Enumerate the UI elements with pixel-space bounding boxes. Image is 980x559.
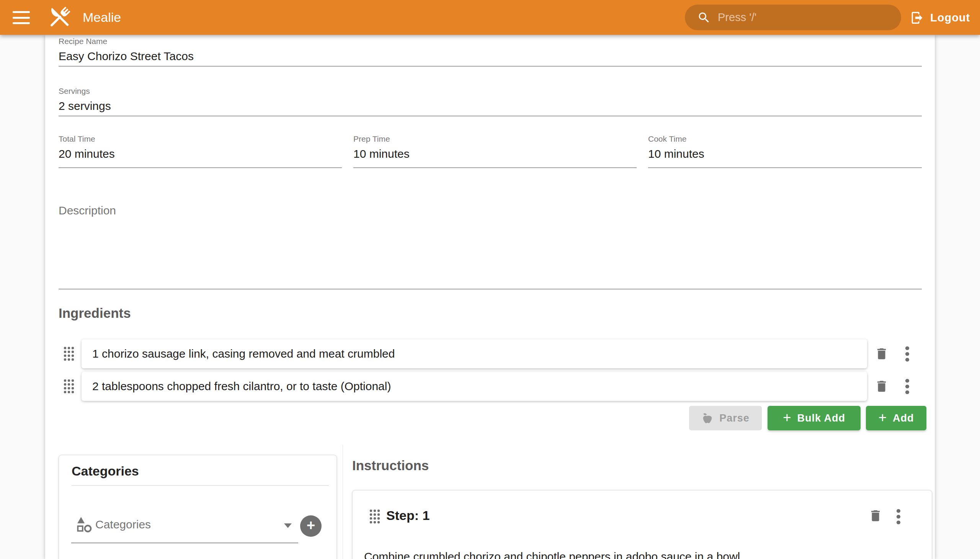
delete-ingredient-button[interactable] [874, 379, 889, 395]
parse-label: Parse [719, 412, 750, 424]
step-drag-handle[interactable] [369, 509, 380, 524]
logout-label: Logout [930, 12, 970, 24]
bulk-add-button[interactable]: + Bulk Add [768, 406, 861, 430]
instructions-heading: Instructions [352, 458, 429, 473]
column-divider [343, 445, 343, 559]
app-header: Mealie Logout [0, 0, 980, 35]
bulk-add-label: Bulk Add [797, 412, 846, 424]
categories-select[interactable]: Categories [59, 509, 337, 547]
add-ingredient-button[interactable]: + Add [866, 406, 926, 430]
recipe-name-label: Recipe Name [59, 37, 922, 46]
prep-time-input[interactable] [353, 147, 636, 160]
step-text[interactable]: Combine crumbled chorizo and chipotle pe… [364, 549, 921, 559]
select-underline [71, 542, 298, 543]
step-title: Step: 1 [386, 508, 430, 523]
search-bar[interactable] [685, 5, 901, 30]
prep-time-field: Prep Time [353, 134, 636, 168]
field-underline [59, 116, 922, 116]
total-time-label: Total Time [59, 134, 342, 144]
shapes-icon [75, 516, 93, 533]
page: Mealie Logout Recipe Name Servings Total… [0, 0, 980, 559]
chevron-down-icon [284, 523, 292, 528]
ingredient-menu-button[interactable] [905, 378, 910, 395]
categories-card-title: Categories [71, 464, 139, 479]
parse-button[interactable]: Parse [689, 406, 762, 430]
ingredient-input[interactable] [92, 347, 856, 360]
ingredient-menu-button[interactable] [905, 346, 910, 362]
trash-icon [874, 379, 889, 394]
step-card: Step: 1 Combine crumbled chorizo and chi… [352, 490, 932, 559]
delete-step-button[interactable] [868, 508, 883, 524]
kebab-icon [905, 346, 910, 362]
field-underline [59, 66, 922, 67]
description-textarea[interactable]: Description [59, 197, 922, 289]
card-divider [71, 485, 329, 486]
recipe-name-field: Recipe Name [59, 37, 922, 67]
field-underline [59, 167, 342, 168]
ingredient-row [81, 372, 867, 401]
ingredient-drag-handle[interactable] [63, 346, 74, 361]
search-input[interactable] [718, 11, 889, 24]
logout-button[interactable]: Logout [910, 8, 970, 28]
description-label: Description [59, 204, 116, 217]
field-underline [353, 167, 636, 168]
ingredients-heading: Ingredients [59, 306, 131, 321]
search-icon [697, 11, 711, 25]
delete-ingredient-button[interactable] [874, 346, 889, 362]
trash-icon [868, 508, 883, 523]
servings-label: Servings [59, 86, 922, 96]
add-category-button[interactable]: + [300, 515, 322, 537]
plus-icon: + [878, 410, 887, 425]
field-underline [648, 167, 922, 168]
app-title: Mealie [83, 10, 121, 25]
prep-time-label: Prep Time [353, 134, 636, 144]
cook-time-input[interactable] [648, 147, 922, 160]
categories-select-placeholder: Categories [95, 518, 151, 531]
menu-button[interactable] [13, 11, 30, 24]
servings-input[interactable] [59, 99, 922, 112]
cook-time-label: Cook Time [648, 134, 922, 144]
cook-time-field: Cook Time [648, 134, 922, 168]
add-label: Add [893, 412, 914, 424]
ingredient-drag-handle[interactable] [63, 379, 74, 394]
kebab-icon [905, 378, 910, 395]
ingredient-row [81, 339, 867, 368]
servings-field: Servings [59, 86, 922, 116]
ingredient-input[interactable] [92, 380, 856, 393]
apple-icon [701, 412, 714, 424]
field-underline [59, 289, 922, 289]
mealie-logo-icon [45, 3, 73, 32]
plus-icon: + [307, 518, 315, 533]
step-menu-button[interactable] [896, 508, 901, 525]
recipe-name-input[interactable] [59, 50, 922, 63]
trash-icon [874, 346, 889, 361]
plus-icon: + [783, 410, 792, 425]
kebab-icon [896, 508, 901, 525]
logout-icon [910, 11, 924, 25]
categories-card: Categories Categories + [59, 455, 337, 559]
total-time-field: Total Time [59, 134, 342, 168]
total-time-input[interactable] [59, 147, 342, 160]
